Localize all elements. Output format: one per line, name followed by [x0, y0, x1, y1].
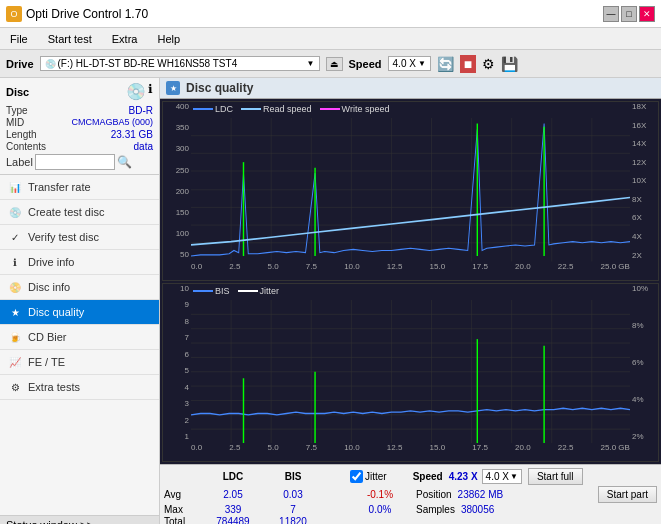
jitter-checkbox[interactable] — [350, 470, 363, 483]
drive-info-icon: ℹ — [8, 255, 22, 269]
stats-speed-dropdown-value: 4.0 X — [486, 471, 509, 482]
disc-type-row: Type BD-R — [6, 105, 153, 116]
disc-contents-value: data — [134, 141, 153, 152]
stats-avg-label: Avg — [164, 489, 202, 500]
bis-legend-bis-label: BIS — [215, 286, 230, 296]
stats-position-value: 23862 MB — [458, 489, 504, 500]
extra-tests-icon: ⚙ — [8, 380, 22, 394]
eject-button[interactable]: ⏏ — [326, 57, 343, 71]
stats-max-jitter: 0.0% — [350, 504, 410, 515]
ldc-legend: LDC Read speed Write speed — [193, 104, 389, 114]
disc-mid-row: MID CMCMAGBA5 (000) — [6, 117, 153, 128]
bis-legend: BIS Jitter — [193, 286, 279, 296]
refresh-icon[interactable]: 🔄 — [437, 56, 454, 72]
stats-bis-header: BIS — [264, 471, 322, 482]
create-test-disc-icon: 💿 — [8, 205, 22, 219]
bis-legend-jitter-label: Jitter — [260, 286, 280, 296]
sidebar-item-cd-bier[interactable]: 🍺 CD Bier — [0, 325, 159, 350]
drive-label: Drive — [6, 58, 34, 70]
disc-label-label: Label — [6, 156, 33, 168]
stats-speed-header: Speed — [393, 471, 443, 482]
ldc-y-axis-right: 18X 16X 14X 12X 10X 8X 6X 4X 2X — [630, 102, 658, 260]
sidebar-item-disc-quality-label: Disc quality — [28, 306, 84, 318]
speed-dropdown[interactable]: 4.0 X ▼ — [388, 56, 431, 71]
maximize-button[interactable]: □ — [621, 6, 637, 22]
sidebar-item-disc-info[interactable]: 📀 Disc info — [0, 275, 159, 300]
titlebar: O Opti Drive Control 1.70 — □ ✕ — [0, 0, 661, 28]
ldc-legend-write-label: Write speed — [342, 104, 390, 114]
stats-total-ldc: 784489 — [204, 516, 262, 524]
jitter-checkbox-area: Jitter — [350, 470, 387, 483]
bis-chart: BIS Jitter 10 9 8 7 6 5 4 3 — [162, 283, 659, 463]
sidebar-item-fe-te[interactable]: 📈 FE / TE — [0, 350, 159, 375]
stats-samples-label: Samples — [416, 504, 455, 515]
disc-label-row: Label 🔍 — [6, 154, 153, 170]
content-title: Disc quality — [186, 81, 253, 95]
charts-area: LDC Read speed Write speed 400 350 300 — [160, 99, 661, 464]
bis-x-axis: 0.0 2.5 5.0 7.5 10.0 12.5 15.0 17.5 20.0… — [191, 443, 630, 461]
disc-info-btn[interactable]: ℹ — [148, 82, 153, 101]
stats-speed-dropdown[interactable]: 4.0 X ▼ — [482, 469, 522, 484]
menu-help[interactable]: Help — [151, 31, 186, 47]
menu-start-test[interactable]: Start test — [42, 31, 98, 47]
jitter-label: Jitter — [365, 471, 387, 482]
drive-dropdown[interactable]: 💿 (F:) HL-DT-ST BD-RE WH16NS58 TST4 ▼ — [40, 56, 320, 71]
disc-label-input[interactable] — [35, 154, 115, 170]
ldc-legend-ldc: LDC — [193, 104, 233, 114]
bis-legend-bis: BIS — [193, 286, 230, 296]
status-window-button[interactable]: Status window >> — [0, 515, 159, 524]
menubar: File Start test Extra Help — [0, 28, 661, 50]
sidebar-item-cd-bier-label: CD Bier — [28, 331, 67, 343]
stats-avg-bis: 0.03 — [264, 489, 322, 500]
ldc-chart-svg — [191, 118, 630, 262]
speed-value: 4.0 X — [393, 58, 416, 69]
label-search-btn[interactable]: 🔍 — [117, 155, 132, 169]
disc-contents-row: Contents data — [6, 141, 153, 152]
save-icon[interactable]: 💾 — [501, 56, 518, 72]
stats-max-row: Max 339 7 0.0% Samples 380056 — [164, 504, 657, 515]
sidebar-item-disc-info-label: Disc info — [28, 281, 70, 293]
close-button[interactable]: ✕ — [639, 6, 655, 22]
sidebar-item-transfer-rate[interactable]: 📊 Transfer rate — [0, 175, 159, 200]
ldc-legend-read-label: Read speed — [263, 104, 312, 114]
menu-file[interactable]: File — [4, 31, 34, 47]
sidebar-item-verify-test-disc[interactable]: ✓ Verify test disc — [0, 225, 159, 250]
stats-ldc-header: LDC — [204, 471, 262, 482]
disc-type-value: BD-R — [129, 105, 153, 116]
sidebar-item-disc-quality[interactable]: ★ Disc quality — [0, 300, 159, 325]
cd-bier-icon: 🍺 — [8, 330, 22, 344]
menu-extra[interactable]: Extra — [106, 31, 144, 47]
sidebar: Disc 💿 ℹ Type BD-R MID CMCMAGBA5 (000) L… — [0, 78, 160, 524]
app-icon: O — [6, 6, 22, 22]
sidebar-item-drive-info[interactable]: ℹ Drive info — [0, 250, 159, 275]
disc-title: Disc — [6, 86, 29, 98]
start-full-button[interactable]: Start full — [528, 468, 583, 485]
transfer-rate-icon: 📊 — [8, 180, 22, 194]
bis-y-axis-right: 10% 8% 6% 4% 2% — [630, 284, 658, 442]
stats-max-label: Max — [164, 504, 202, 515]
ldc-x-axis: 0.0 2.5 5.0 7.5 10.0 12.5 15.0 17.5 20.0… — [191, 262, 630, 280]
stats-max-ldc: 339 — [204, 504, 262, 515]
disc-mid-label: MID — [6, 117, 24, 128]
disc-length-value: 23.31 GB — [111, 129, 153, 140]
settings-icon[interactable]: ⚙ — [482, 56, 495, 72]
bis-legend-jitter: Jitter — [238, 286, 280, 296]
sidebar-item-fe-te-label: FE / TE — [28, 356, 65, 368]
sidebar-item-create-test-disc[interactable]: 💿 Create test disc — [0, 200, 159, 225]
stats-panel: LDC BIS Jitter Speed 4.23 X 4.0 X ▼ Star… — [160, 464, 661, 524]
stats-total-row: Total 784489 11820 — [164, 516, 657, 524]
disc-type-label: Type — [6, 105, 28, 116]
content-header-icon: ★ — [166, 81, 180, 95]
stats-header: LDC BIS Jitter Speed 4.23 X 4.0 X ▼ Star… — [164, 468, 657, 485]
disc-length-label: Length — [6, 129, 37, 140]
sidebar-item-extra-tests-label: Extra tests — [28, 381, 80, 393]
minimize-button[interactable]: — — [603, 6, 619, 22]
start-part-button[interactable]: Start part — [598, 486, 657, 503]
disc-image-icon: 💿 — [126, 82, 146, 101]
stats-total-label: Total — [164, 516, 202, 524]
stats-speed-dropdown-arrow: ▼ — [510, 472, 518, 481]
stop-button[interactable]: ■ — [460, 55, 476, 73]
sidebar-item-extra-tests[interactable]: ⚙ Extra tests — [0, 375, 159, 400]
ldc-y-axis-left: 400 350 300 250 200 150 100 50 — [163, 102, 191, 260]
window-controls: — □ ✕ — [603, 6, 655, 22]
